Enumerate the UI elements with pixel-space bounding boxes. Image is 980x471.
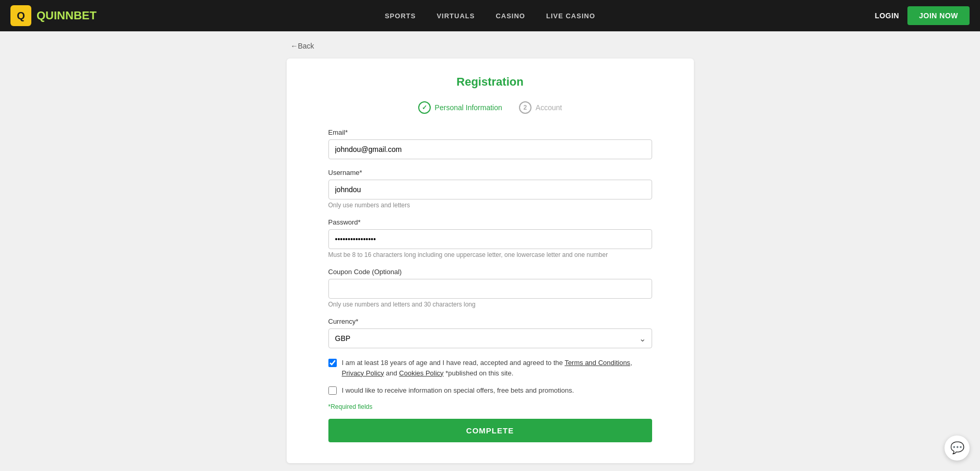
coupon-hint: Only use numbers and letters and 30 char…	[328, 301, 652, 308]
username-input[interactable]	[328, 180, 652, 199]
registration-card: Registration ✓ Personal Information 2 Ac…	[287, 58, 694, 463]
step2-label: Account	[536, 103, 562, 112]
logo-text: QUINNBET	[37, 9, 97, 22]
email-group: Email*	[328, 128, 652, 159]
email-label: Email*	[328, 128, 652, 136]
step-account: 2 Account	[519, 101, 562, 114]
main-content: ←Back Registration ✓ Personal Informatio…	[0, 31, 980, 471]
step-personal-info: ✓ Personal Information	[418, 101, 502, 114]
username-hint: Only use numbers and letters	[328, 202, 652, 209]
terms-label: I am at least 18 years of age and I have…	[342, 358, 652, 378]
header-actions: LOGIN JOIN NOW	[875, 6, 970, 25]
currency-group: Currency* GBP USD EUR ⌄	[328, 317, 652, 348]
chat-widget[interactable]: 💬	[944, 435, 970, 461]
step2-circle: 2	[519, 101, 532, 114]
logo[interactable]: Q QUINNBET	[10, 5, 97, 26]
password-group: Password* Must be 8 to 16 characters lon…	[328, 218, 652, 258]
coupon-label: Coupon Code (Optional)	[328, 268, 652, 276]
nav-sports[interactable]: SPORTS	[385, 12, 416, 20]
step1-circle: ✓	[418, 101, 431, 114]
offers-label: I would like to receive information on s…	[342, 385, 574, 396]
terms-link[interactable]: Terms and Conditions	[564, 359, 630, 367]
back-link[interactable]: ←Back	[287, 42, 694, 50]
login-button[interactable]: LOGIN	[875, 11, 899, 20]
coupon-group: Coupon Code (Optional) Only use numbers …	[328, 268, 652, 308]
cookies-link[interactable]: Cookies Policy	[399, 369, 443, 377]
chat-icon: 💬	[950, 441, 964, 455]
privacy-link[interactable]: Privacy Policy	[342, 369, 384, 377]
currency-select[interactable]: GBP USD EUR	[328, 328, 652, 348]
offers-checkbox-group: I would like to receive information on s…	[328, 385, 652, 396]
nav-live-casino[interactable]: LIVE CASINO	[546, 12, 595, 20]
currency-label: Currency*	[328, 317, 652, 325]
username-label: Username*	[328, 169, 652, 176]
nav-virtuals[interactable]: VIRTUALS	[436, 12, 475, 20]
main-nav: SPORTS VIRTUALS CASINO LIVE CASINO	[385, 12, 595, 20]
username-group: Username* Only use numbers and letters	[328, 169, 652, 209]
nav-casino[interactable]: CASINO	[495, 12, 525, 20]
step1-label: Personal Information	[435, 103, 502, 112]
registration-title: Registration	[328, 75, 652, 89]
password-input[interactable]	[328, 229, 652, 249]
offers-checkbox[interactable]	[328, 386, 337, 395]
email-input[interactable]	[328, 139, 652, 159]
join-now-button[interactable]: JOIN NOW	[907, 6, 970, 25]
password-label: Password*	[328, 218, 652, 226]
registration-steps: ✓ Personal Information 2 Account	[328, 101, 652, 114]
currency-select-wrapper: GBP USD EUR ⌄	[328, 328, 652, 348]
terms-checkbox[interactable]	[328, 359, 337, 367]
logo-icon: Q	[10, 5, 31, 26]
complete-button[interactable]: COMPLETE	[328, 419, 652, 442]
coupon-input[interactable]	[328, 279, 652, 299]
terms-checkbox-group: I am at least 18 years of age and I have…	[328, 358, 652, 378]
password-hint: Must be 8 to 16 characters long includin…	[328, 251, 652, 258]
required-note: *Required fields	[328, 403, 652, 410]
